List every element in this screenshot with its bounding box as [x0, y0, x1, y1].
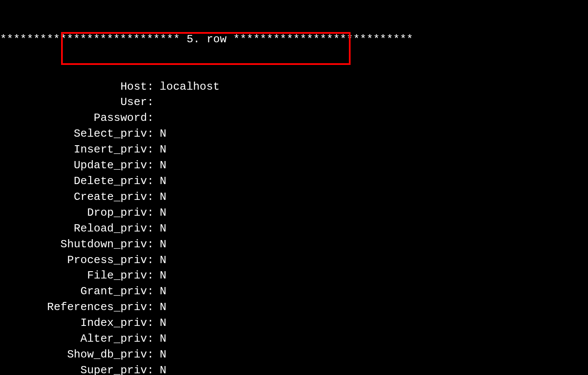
field-value: N: [154, 363, 167, 375]
field-label: Select_priv:: [0, 126, 154, 142]
field-label: Show_db_priv:: [0, 347, 154, 363]
field-row: Reload_priv:N: [0, 221, 588, 237]
field-label: Insert_priv:: [0, 142, 154, 158]
field-value: N: [154, 347, 167, 363]
field-value: N: [154, 126, 167, 142]
field-row: Select_priv:N: [0, 126, 588, 142]
field-row: Grant_priv:N: [0, 284, 588, 299]
field-value: N: [154, 158, 167, 173]
terminal-output: *************************** 5. row *****…: [0, 0, 588, 375]
field-label: File_priv:: [0, 268, 154, 284]
field-value: N: [154, 142, 167, 158]
field-row: User:: [0, 94, 588, 110]
field-label: References_priv:: [0, 299, 154, 315]
field-value: N: [154, 237, 167, 252]
field-value: N: [154, 252, 167, 268]
field-label: Process_priv:: [0, 252, 154, 268]
field-label: Shutdown_priv:: [0, 237, 154, 252]
terminal-container: *************************** 5. row *****…: [0, 0, 588, 375]
field-label: Grant_priv:: [0, 284, 154, 299]
field-label: Update_priv:: [0, 158, 154, 173]
field-value: N: [154, 299, 167, 315]
field-row: Delete_priv:N: [0, 173, 588, 189]
field-row: Process_priv:N: [0, 252, 588, 268]
field-value: [154, 110, 160, 126]
field-row: Super_priv:N: [0, 363, 588, 375]
field-label: Delete_priv:: [0, 173, 154, 189]
field-row: Show_db_priv:N: [0, 347, 588, 363]
stars-left: ***************************: [0, 33, 180, 46]
stars-right: ***************************: [233, 33, 413, 46]
field-value: N: [154, 205, 167, 221]
field-label: Drop_priv:: [0, 205, 154, 221]
field-value: N: [154, 284, 167, 299]
field-label: User:: [0, 94, 154, 110]
field-row: References_priv:N: [0, 299, 588, 315]
field-label: Alter_priv:: [0, 331, 154, 347]
field-label: Index_priv:: [0, 315, 154, 331]
field-value: [154, 94, 160, 110]
field-label: Password:: [0, 110, 154, 126]
field-row: Create_priv:N: [0, 189, 588, 205]
field-row: Password:: [0, 110, 588, 126]
field-row: Host:localhost: [0, 79, 588, 95]
field-value: N: [154, 268, 167, 284]
row-separator-header: *************************** 5. row *****…: [0, 32, 588, 47]
field-label: Super_priv:: [0, 363, 154, 375]
field-row: Update_priv:N: [0, 158, 588, 173]
field-row: File_priv:N: [0, 268, 588, 284]
field-value: N: [154, 189, 167, 205]
field-value: N: [154, 221, 167, 237]
field-label: Reload_priv:: [0, 221, 154, 237]
field-value: N: [154, 331, 167, 347]
field-value: N: [154, 173, 167, 189]
field-label: Create_priv:: [0, 189, 154, 205]
field-row: Shutdown_priv:N: [0, 237, 588, 252]
field-label: Host:: [0, 79, 154, 95]
field-row: Drop_priv:N: [0, 205, 588, 221]
fields-list: Host:localhostUser:Password:Select_priv:…: [0, 79, 588, 375]
field-row: Alter_priv:N: [0, 331, 588, 347]
field-value: localhost: [154, 79, 219, 95]
field-value: N: [154, 315, 167, 331]
field-row: Index_priv:N: [0, 315, 588, 331]
row-number-label: 5. row: [180, 33, 233, 46]
field-row: Insert_priv:N: [0, 142, 588, 158]
